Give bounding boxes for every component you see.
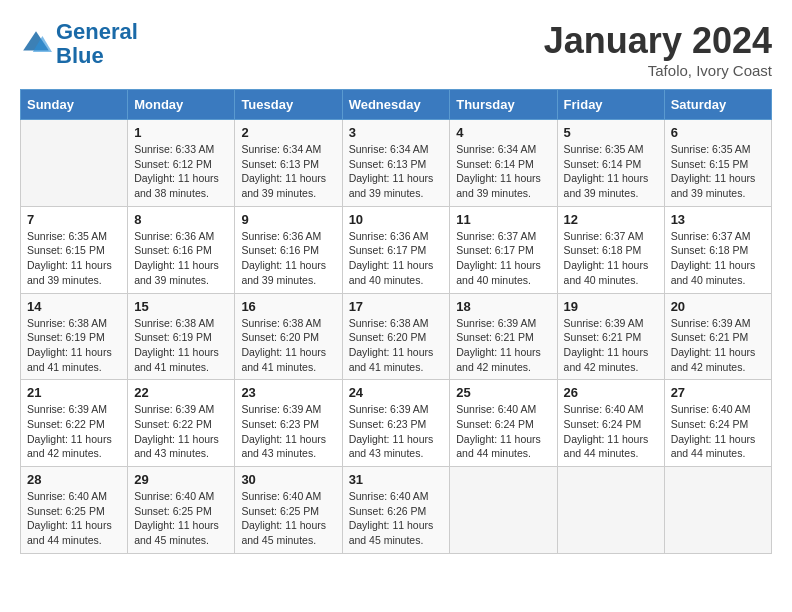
day-info: Sunrise: 6:34 AM Sunset: 6:13 PM Dayligh… [349, 142, 444, 201]
day-info: Sunrise: 6:38 AM Sunset: 6:20 PM Dayligh… [241, 316, 335, 375]
day-info: Sunrise: 6:37 AM Sunset: 6:18 PM Dayligh… [671, 229, 765, 288]
day-number: 8 [134, 212, 228, 227]
calendar-cell: 10Sunrise: 6:36 AM Sunset: 6:17 PM Dayli… [342, 206, 450, 293]
day-info: Sunrise: 6:40 AM Sunset: 6:24 PM Dayligh… [564, 402, 658, 461]
day-number: 1 [134, 125, 228, 140]
day-info: Sunrise: 6:40 AM Sunset: 6:25 PM Dayligh… [241, 489, 335, 548]
day-info: Sunrise: 6:40 AM Sunset: 6:24 PM Dayligh… [456, 402, 550, 461]
day-info: Sunrise: 6:36 AM Sunset: 6:16 PM Dayligh… [241, 229, 335, 288]
calendar-cell: 20Sunrise: 6:39 AM Sunset: 6:21 PM Dayli… [664, 293, 771, 380]
calendar-cell: 27Sunrise: 6:40 AM Sunset: 6:24 PM Dayli… [664, 380, 771, 467]
day-of-week-header: Sunday [21, 90, 128, 120]
day-number: 7 [27, 212, 121, 227]
day-info: Sunrise: 6:40 AM Sunset: 6:24 PM Dayligh… [671, 402, 765, 461]
calendar-week-row: 21Sunrise: 6:39 AM Sunset: 6:22 PM Dayli… [21, 380, 772, 467]
calendar-cell: 31Sunrise: 6:40 AM Sunset: 6:26 PM Dayli… [342, 467, 450, 554]
day-number: 18 [456, 299, 550, 314]
day-info: Sunrise: 6:35 AM Sunset: 6:15 PM Dayligh… [27, 229, 121, 288]
calendar-cell: 23Sunrise: 6:39 AM Sunset: 6:23 PM Dayli… [235, 380, 342, 467]
day-number: 28 [27, 472, 121, 487]
day-info: Sunrise: 6:37 AM Sunset: 6:18 PM Dayligh… [564, 229, 658, 288]
calendar-cell: 4Sunrise: 6:34 AM Sunset: 6:14 PM Daylig… [450, 120, 557, 207]
day-number: 9 [241, 212, 335, 227]
calendar-cell [664, 467, 771, 554]
day-info: Sunrise: 6:40 AM Sunset: 6:25 PM Dayligh… [134, 489, 228, 548]
calendar-cell: 21Sunrise: 6:39 AM Sunset: 6:22 PM Dayli… [21, 380, 128, 467]
calendar-cell: 12Sunrise: 6:37 AM Sunset: 6:18 PM Dayli… [557, 206, 664, 293]
calendar-cell: 14Sunrise: 6:38 AM Sunset: 6:19 PM Dayli… [21, 293, 128, 380]
calendar-cell: 11Sunrise: 6:37 AM Sunset: 6:17 PM Dayli… [450, 206, 557, 293]
calendar-cell: 9Sunrise: 6:36 AM Sunset: 6:16 PM Daylig… [235, 206, 342, 293]
day-info: Sunrise: 6:39 AM Sunset: 6:23 PM Dayligh… [241, 402, 335, 461]
day-info: Sunrise: 6:36 AM Sunset: 6:16 PM Dayligh… [134, 229, 228, 288]
calendar-week-row: 14Sunrise: 6:38 AM Sunset: 6:19 PM Dayli… [21, 293, 772, 380]
day-number: 6 [671, 125, 765, 140]
day-info: Sunrise: 6:34 AM Sunset: 6:14 PM Dayligh… [456, 142, 550, 201]
day-info: Sunrise: 6:39 AM Sunset: 6:21 PM Dayligh… [671, 316, 765, 375]
logo-text: General Blue [56, 20, 138, 68]
calendar-cell: 19Sunrise: 6:39 AM Sunset: 6:21 PM Dayli… [557, 293, 664, 380]
day-number: 2 [241, 125, 335, 140]
day-number: 3 [349, 125, 444, 140]
calendar-cell: 2Sunrise: 6:34 AM Sunset: 6:13 PM Daylig… [235, 120, 342, 207]
logo-general: General [56, 19, 138, 44]
day-number: 20 [671, 299, 765, 314]
day-number: 15 [134, 299, 228, 314]
logo-icon [20, 28, 52, 60]
day-number: 11 [456, 212, 550, 227]
calendar-cell: 30Sunrise: 6:40 AM Sunset: 6:25 PM Dayli… [235, 467, 342, 554]
day-info: Sunrise: 6:33 AM Sunset: 6:12 PM Dayligh… [134, 142, 228, 201]
calendar-cell [21, 120, 128, 207]
day-number: 29 [134, 472, 228, 487]
calendar-cell: 25Sunrise: 6:40 AM Sunset: 6:24 PM Dayli… [450, 380, 557, 467]
day-number: 4 [456, 125, 550, 140]
day-of-week-header: Wednesday [342, 90, 450, 120]
day-info: Sunrise: 6:35 AM Sunset: 6:15 PM Dayligh… [671, 142, 765, 201]
day-info: Sunrise: 6:39 AM Sunset: 6:21 PM Dayligh… [564, 316, 658, 375]
day-info: Sunrise: 6:40 AM Sunset: 6:26 PM Dayligh… [349, 489, 444, 548]
day-info: Sunrise: 6:38 AM Sunset: 6:20 PM Dayligh… [349, 316, 444, 375]
day-info: Sunrise: 6:39 AM Sunset: 6:22 PM Dayligh… [134, 402, 228, 461]
calendar-cell: 16Sunrise: 6:38 AM Sunset: 6:20 PM Dayli… [235, 293, 342, 380]
calendar-cell: 17Sunrise: 6:38 AM Sunset: 6:20 PM Dayli… [342, 293, 450, 380]
day-info: Sunrise: 6:34 AM Sunset: 6:13 PM Dayligh… [241, 142, 335, 201]
day-number: 5 [564, 125, 658, 140]
day-number: 23 [241, 385, 335, 400]
calendar-cell: 18Sunrise: 6:39 AM Sunset: 6:21 PM Dayli… [450, 293, 557, 380]
calendar-week-row: 1Sunrise: 6:33 AM Sunset: 6:12 PM Daylig… [21, 120, 772, 207]
page-header: General Blue January 2024 Tafolo, Ivory … [20, 20, 772, 79]
day-number: 10 [349, 212, 444, 227]
calendar-table: SundayMondayTuesdayWednesdayThursdayFrid… [20, 89, 772, 554]
month-title: January 2024 [544, 20, 772, 62]
calendar-week-row: 28Sunrise: 6:40 AM Sunset: 6:25 PM Dayli… [21, 467, 772, 554]
day-number: 13 [671, 212, 765, 227]
day-of-week-header: Friday [557, 90, 664, 120]
day-number: 14 [27, 299, 121, 314]
title-block: January 2024 Tafolo, Ivory Coast [544, 20, 772, 79]
calendar-cell: 13Sunrise: 6:37 AM Sunset: 6:18 PM Dayli… [664, 206, 771, 293]
day-info: Sunrise: 6:38 AM Sunset: 6:19 PM Dayligh… [134, 316, 228, 375]
day-number: 17 [349, 299, 444, 314]
day-of-week-header: Tuesday [235, 90, 342, 120]
calendar-cell [557, 467, 664, 554]
day-number: 31 [349, 472, 444, 487]
logo-blue: Blue [56, 43, 104, 68]
day-of-week-header: Monday [128, 90, 235, 120]
day-number: 19 [564, 299, 658, 314]
calendar-cell: 8Sunrise: 6:36 AM Sunset: 6:16 PM Daylig… [128, 206, 235, 293]
calendar-cell: 7Sunrise: 6:35 AM Sunset: 6:15 PM Daylig… [21, 206, 128, 293]
calendar-cell: 15Sunrise: 6:38 AM Sunset: 6:19 PM Dayli… [128, 293, 235, 380]
day-number: 30 [241, 472, 335, 487]
calendar-cell: 24Sunrise: 6:39 AM Sunset: 6:23 PM Dayli… [342, 380, 450, 467]
location-subtitle: Tafolo, Ivory Coast [544, 62, 772, 79]
logo: General Blue [20, 20, 138, 68]
calendar-header-row: SundayMondayTuesdayWednesdayThursdayFrid… [21, 90, 772, 120]
day-info: Sunrise: 6:39 AM Sunset: 6:22 PM Dayligh… [27, 402, 121, 461]
calendar-cell: 6Sunrise: 6:35 AM Sunset: 6:15 PM Daylig… [664, 120, 771, 207]
day-number: 12 [564, 212, 658, 227]
day-info: Sunrise: 6:36 AM Sunset: 6:17 PM Dayligh… [349, 229, 444, 288]
calendar-cell: 29Sunrise: 6:40 AM Sunset: 6:25 PM Dayli… [128, 467, 235, 554]
day-number: 25 [456, 385, 550, 400]
calendar-cell: 5Sunrise: 6:35 AM Sunset: 6:14 PM Daylig… [557, 120, 664, 207]
calendar-cell: 22Sunrise: 6:39 AM Sunset: 6:22 PM Dayli… [128, 380, 235, 467]
